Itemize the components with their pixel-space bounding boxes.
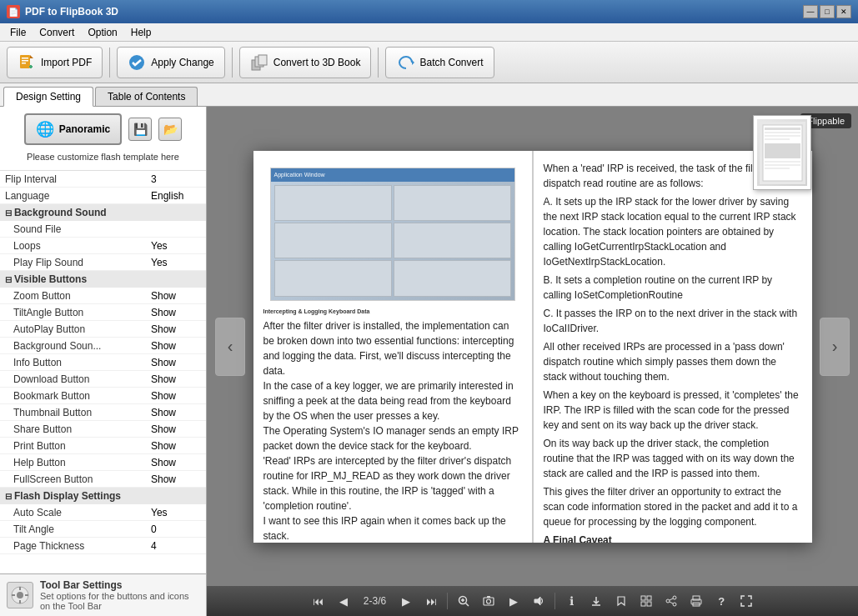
- svg-rect-36: [647, 596, 651, 600]
- window-controls: — □ ✕: [803, 5, 851, 18]
- fullscreen-button-value: Show: [151, 473, 201, 485]
- import-icon: [18, 53, 36, 72]
- menu-convert[interactable]: Convert: [33, 25, 81, 40]
- screenshot-btn[interactable]: [477, 589, 500, 613]
- apply-change-button[interactable]: Apply Change: [117, 47, 224, 78]
- thumbnail-button-row[interactable]: Thumbnail Button Show: [0, 404, 206, 421]
- first-page-btn[interactable]: ⏮: [307, 589, 330, 613]
- bookmark-button-row[interactable]: Bookmark Button Show: [0, 388, 206, 404]
- svg-point-41: [673, 603, 676, 606]
- autoplay-button-label: AutoPlay Button: [13, 323, 151, 335]
- customize-text: Please customize flash template here: [7, 150, 199, 163]
- bg-sound-section[interactable]: ⊟ Background Sound: [0, 204, 206, 221]
- menu-option[interactable]: Option: [81, 25, 123, 40]
- maximize-button[interactable]: □: [820, 5, 835, 18]
- fullscreen-button-row[interactable]: FullScreen Button Show: [0, 471, 206, 488]
- page-subtitle: Intercepting & Logging Keyboard Data: [263, 308, 522, 316]
- info-btn[interactable]: ℹ: [559, 589, 583, 613]
- svg-rect-25: [765, 168, 790, 169]
- autoplay-button-row[interactable]: AutoPlay Button Show: [0, 321, 206, 338]
- toolbar-sep-1: [447, 593, 448, 609]
- language-row[interactable]: Language English: [0, 188, 206, 204]
- tilt-angle-button-row[interactable]: TiltAngle Button Show: [0, 304, 206, 321]
- folder-icon-btn[interactable]: 📂: [158, 118, 182, 141]
- language-value: English: [151, 190, 201, 202]
- background-sound-button-value: Show: [151, 340, 201, 352]
- thumbnail-btn[interactable]: [635, 589, 658, 613]
- svg-rect-15: [25, 594, 28, 596]
- fullscreen-btn[interactable]: [735, 589, 758, 613]
- svg-rect-20: [765, 135, 800, 137]
- next-page-arrow[interactable]: ›: [820, 318, 850, 376]
- panoramic-button[interactable]: 🌐 Panoramic: [24, 113, 122, 145]
- save-icon-btn[interactable]: 💾: [128, 118, 152, 141]
- visible-buttons-label: Visible Buttons: [14, 273, 87, 285]
- print-button-value: Show: [151, 440, 201, 452]
- convert-icon: [250, 53, 268, 72]
- import-pdf-button[interactable]: Import PDF: [7, 47, 103, 78]
- last-page-btn[interactable]: ⏭: [419, 589, 443, 613]
- svg-rect-18: [765, 128, 800, 130]
- visible-buttons-section[interactable]: ⊟ Visible Buttons: [0, 271, 206, 288]
- convert-3d-button[interactable]: Convert to 3D Book: [239, 47, 372, 78]
- tilt-angle-value: 0: [151, 523, 201, 535]
- page-thickness-row[interactable]: Page Thickness 4: [0, 538, 206, 554]
- help-button-row[interactable]: Help Button Show: [0, 454, 206, 471]
- help-btn[interactable]: ?: [710, 589, 733, 613]
- bg-sound-toggle[interactable]: ⊟: [5, 208, 12, 218]
- prev-page-btn[interactable]: ◀: [332, 589, 355, 613]
- close-button[interactable]: ✕: [836, 5, 851, 18]
- thumbnail-strip: [753, 115, 811, 190]
- visible-buttons-toggle[interactable]: ⊟: [5, 275, 12, 284]
- zoom-in-btn[interactable]: [452, 589, 475, 613]
- print-btn[interactable]: [685, 589, 708, 613]
- book-container: ‹ Application Window: [207, 107, 858, 586]
- download-button-row[interactable]: Download Button Show: [0, 371, 206, 388]
- sound-file-label: Sound File: [13, 223, 151, 235]
- toolbar-settings-title: Tool Bar Settings: [40, 579, 199, 591]
- minimize-button[interactable]: —: [803, 5, 818, 18]
- background-sound-button-row[interactable]: Background Soun... Show: [0, 338, 206, 354]
- sound-file-row[interactable]: Sound File: [0, 221, 206, 238]
- thumbnail-preview: [757, 119, 807, 186]
- menu-help[interactable]: Help: [124, 25, 158, 40]
- print-button-row[interactable]: Print Button Show: [0, 438, 206, 454]
- tilt-angle-row[interactable]: Tilt Angle 0: [0, 521, 206, 538]
- tab-table-of-contents[interactable]: Table of Contents: [95, 87, 198, 106]
- play-btn[interactable]: ▶: [502, 589, 525, 613]
- tab-design-setting[interactable]: Design Setting: [3, 87, 93, 107]
- svg-rect-3: [22, 63, 26, 64]
- play-flip-sound-value: Yes: [151, 257, 201, 268]
- sound-btn[interactable]: [527, 589, 550, 613]
- info-button-row[interactable]: Info Button Show: [0, 354, 206, 371]
- bookmark-btn[interactable]: [610, 589, 633, 613]
- auto-scale-row[interactable]: Auto Scale Yes: [0, 504, 206, 521]
- flip-interval-row[interactable]: Flip Interval 3: [0, 171, 206, 188]
- help-button-label: Help Button: [13, 457, 151, 468]
- share-btn[interactable]: [660, 589, 683, 613]
- menu-file[interactable]: File: [3, 25, 33, 40]
- svg-point-39: [673, 596, 676, 599]
- svg-rect-13: [19, 600, 21, 603]
- right-page: When a 'read' IRP is received, the task …: [533, 151, 812, 543]
- book-viewer: ‹ Application Window: [207, 107, 858, 616]
- play-flip-sound-row[interactable]: Play Flip Sound Yes: [0, 254, 206, 271]
- zoom-button-value: Show: [151, 290, 201, 302]
- help-button-value: Show: [151, 457, 201, 468]
- batch-convert-button[interactable]: Batch Convert: [385, 47, 494, 78]
- svg-rect-37: [641, 602, 645, 606]
- info-button-label: Info Button: [13, 357, 151, 368]
- flash-display-section[interactable]: ⊟ Flash Display Settings: [0, 488, 206, 504]
- zoom-button-row[interactable]: Zoom Button Show: [0, 288, 206, 304]
- next-page-btn2[interactable]: ▶: [394, 589, 418, 613]
- loops-row[interactable]: Loops Yes: [0, 238, 206, 254]
- thumbnail-button-value: Show: [151, 407, 201, 418]
- prev-page-arrow[interactable]: ‹: [215, 318, 245, 376]
- svg-point-40: [666, 599, 670, 603]
- download-btn[interactable]: [585, 589, 608, 613]
- flash-display-toggle[interactable]: ⊟: [5, 492, 12, 501]
- share-button-row[interactable]: Share Button Show: [0, 421, 206, 438]
- screenshot-cell-3: [274, 223, 392, 258]
- toolbar-sep-2: [554, 593, 555, 609]
- book-spread: Application Window: [253, 151, 812, 543]
